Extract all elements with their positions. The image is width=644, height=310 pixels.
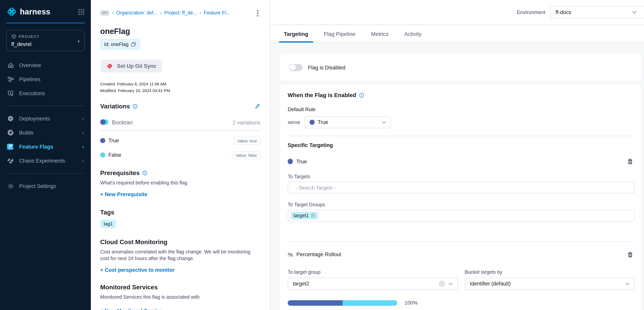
- to-targets-label: To Targets: [288, 174, 635, 179]
- info-icon[interactable]: [133, 104, 138, 109]
- default-rule-label: Default Rule: [288, 106, 635, 112]
- cost-perspective-button[interactable]: + Cost perspective to monitor: [100, 267, 175, 273]
- sidebar-item-label: Project Settings: [19, 183, 56, 189]
- target-groups-input[interactable]: target1: [288, 210, 635, 222]
- variation-row-true: True Value: true: [100, 136, 260, 145]
- chevron-right-icon: ›: [82, 130, 84, 136]
- to-target-groups-label: To Target Groups: [288, 202, 635, 208]
- trash-icon[interactable]: [627, 158, 633, 164]
- targeting-rules-card: When the Flag is Enabled Default Rule se…: [280, 84, 641, 310]
- edit-variations-icon[interactable]: [254, 104, 260, 110]
- gear-icon: [7, 182, 14, 190]
- feature-flags-icon: [7, 143, 14, 150]
- app-grid-icon[interactable]: [78, 8, 84, 15]
- target-group-chip-label: target1: [294, 213, 309, 218]
- bucket-by-select[interactable]: Identifier (default): [465, 278, 635, 290]
- setup-git-sync-button[interactable]: Set Up Git Sync: [100, 60, 162, 72]
- harness-logo-icon: [6, 6, 17, 17]
- tab-metrics[interactable]: Metrics: [371, 25, 388, 42]
- variation-row-false: False Value: false: [100, 151, 260, 160]
- chevron-down-icon: [382, 121, 386, 124]
- specific-targeting-heading: Specific Targeting: [288, 142, 635, 148]
- sidebar-item-label: Builds: [19, 130, 34, 136]
- environment-select[interactable]: ff-docs: [550, 6, 644, 18]
- bucket-targets-by-label: Bucket targets by: [465, 270, 635, 275]
- breadcrumb-project[interactable]: Project: ff_de...: [164, 10, 197, 16]
- tab-targeting[interactable]: Targeting: [284, 25, 308, 42]
- copy-icon[interactable]: [131, 42, 136, 47]
- sidebar-item-feature-flags[interactable]: Feature Flags ›: [0, 140, 91, 154]
- sidebar-accent-rule: [6, 22, 84, 24]
- kebab-menu-icon[interactable]: •••: [255, 9, 260, 17]
- chaos-experiments-icon: [7, 157, 14, 164]
- info-icon[interactable]: [359, 92, 364, 98]
- serve-label: serve: [288, 119, 300, 125]
- rollout-group-select[interactable]: target2: [288, 278, 458, 290]
- default-rule-select[interactable]: True: [305, 116, 390, 128]
- sidebar-item-builds[interactable]: Builds ›: [0, 126, 91, 140]
- specific-variation-row: True: [288, 158, 635, 164]
- rollout-progress-bar: [288, 300, 397, 306]
- sidebar-item-project-settings[interactable]: Project Settings: [0, 179, 91, 193]
- flag-id-badge[interactable]: Id: oneFlag: [100, 40, 140, 50]
- specific-variation-name: True: [296, 158, 307, 164]
- default-rule-value: True: [318, 119, 328, 125]
- variation-true-dot: [310, 120, 314, 125]
- breadcrumb-ellipsis[interactable]: •••: [100, 10, 109, 16]
- breadcrumb-feature-flags[interactable]: Feature Fl...: [204, 10, 230, 16]
- sidebar-item-chaos-experiments[interactable]: Chaos Experiments ›: [0, 154, 91, 168]
- breadcrumb-organization[interactable]: Organization: def...: [116, 10, 157, 16]
- tab-flag-pipeline[interactable]: Flag Pipeline: [324, 25, 356, 42]
- chevron-right-icon: ›: [200, 11, 201, 16]
- sidebar-item-overview[interactable]: Overview: [0, 58, 91, 72]
- trash-icon[interactable]: [627, 251, 633, 258]
- monitored-services-description: Monitored Services this flag is associat…: [100, 294, 260, 301]
- remove-chip-icon[interactable]: [311, 213, 315, 218]
- prerequisites-heading: Prerequisites: [100, 170, 140, 177]
- cloud-cost-description: Cost anomalies correlated with the flag …: [100, 249, 256, 262]
- bucket-by-value: Identifier (default): [470, 281, 622, 286]
- info-icon[interactable]: [142, 170, 148, 176]
- breadcrumb: ••• › Organization: def... › Project: ff…: [100, 9, 260, 17]
- environment-header: Environment ff-docs: [270, 0, 644, 25]
- rollout-group-value: target2: [293, 281, 435, 286]
- sidebar-item-label: Deployments: [19, 116, 50, 122]
- variation-type: Boolean: [112, 119, 132, 126]
- sidebar-item-executions[interactable]: Executions: [0, 86, 91, 100]
- svg-text:∞: ∞: [9, 117, 12, 120]
- flag-detail-panel: ••• › Organization: def... › Project: ff…: [91, 0, 270, 310]
- variation-value-badge: Value: true: [234, 136, 260, 145]
- variation-false-dot: [100, 153, 105, 158]
- brand-name: harness: [20, 7, 50, 16]
- project-selector[interactable]: PROJECT ff_devrel ›: [6, 30, 84, 51]
- tags-heading: Tags: [100, 209, 260, 216]
- variation-value-badge: Value: false: [232, 151, 260, 160]
- tab-activity[interactable]: Activity: [404, 25, 422, 42]
- flag-title: oneFlag: [100, 27, 260, 36]
- home-icon: [7, 62, 14, 69]
- builds-icon: [7, 129, 14, 136]
- clear-icon[interactable]: [439, 281, 445, 286]
- sidebar-item-deployments[interactable]: ∞ Deployments ›: [0, 112, 91, 126]
- prerequisites-description: What's required before enabling this fla…: [100, 180, 260, 186]
- sidebar-divider: [6, 106, 84, 106]
- search-targets-input[interactable]: [288, 182, 635, 194]
- target-group-chip[interactable]: target1: [291, 212, 318, 220]
- targeting-panel: Environment ff-docs Targeting Flag Pipel…: [270, 0, 644, 310]
- variation-count: 2 variations: [232, 119, 260, 126]
- project-name: ff_devrel: [11, 41, 78, 47]
- rollout-bar-row: 100%: [288, 300, 635, 306]
- flag-id-text: Id: oneFlag: [104, 42, 128, 47]
- new-monitored-service-button[interactable]: + New Monitored Service: [100, 308, 162, 310]
- modified-date: Modified: February 16, 2024 03:41 PM: [100, 88, 260, 93]
- sidebar-item-pipelines[interactable]: Pipelines: [0, 72, 91, 86]
- sidebar-item-label: Feature Flags: [19, 144, 54, 150]
- flag-tabs: Targeting Flag Pipeline Metrics Activity: [270, 25, 644, 43]
- chevron-right-icon: ›: [82, 144, 84, 150]
- environment-value: ff-docs: [556, 9, 571, 15]
- tag-chip[interactable]: tag1: [100, 220, 116, 228]
- flag-enabled-toggle[interactable]: [289, 64, 302, 71]
- pipelines-icon: [7, 76, 14, 83]
- new-prerequisite-button[interactable]: + New Prerequisite: [100, 192, 147, 197]
- variation-type-row: Boolean 2 variations: [100, 119, 260, 126]
